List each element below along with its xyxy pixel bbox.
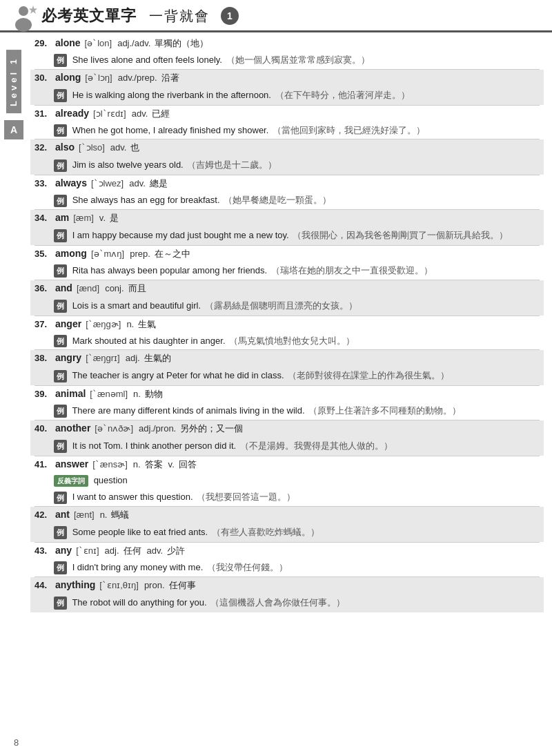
- entry-meaning: 總是: [150, 177, 168, 190]
- entry-meaning: 沿著: [161, 72, 179, 84]
- example-label: 例: [54, 440, 67, 453]
- entry-word: among: [55, 248, 87, 259]
- entry-pron: [ˋænsɚ]: [92, 459, 128, 469]
- header-title-main: 必考英文單字: [41, 6, 137, 26]
- entry-always: 33. always [ˋɔlwez] adv. 總是 例 She always…: [30, 175, 544, 210]
- entry-pos: v.: [99, 213, 106, 223]
- entry-another: 40. another [əˋnʌðɚ] adj./pron. 另外的；又一個 …: [30, 420, 544, 456]
- entry-meaning: 動物: [145, 388, 163, 400]
- entry-pos: adj.: [105, 545, 119, 556]
- antonym-badge: 反義字詞: [54, 475, 88, 487]
- entry-along: 30. along [əˋlɔŋ] adv./prep. 沿著 例 He is …: [30, 70, 544, 106]
- example-label: 例: [54, 335, 67, 348]
- example-zh: （當他回到家時，我已經洗好澡了。）: [273, 125, 425, 135]
- entry-and: 36. and [ænd] conj. 而且 例 Lois is a smart…: [30, 280, 544, 316]
- entry-meaning: 答案: [145, 458, 163, 471]
- entry-meaning2: 少許: [167, 545, 185, 557]
- entry-example: 例 He is walking along the riverbank in t…: [30, 86, 544, 105]
- example-zh: （瑞塔在她的朋友之中一直很受歡迎。）: [271, 265, 433, 275]
- example-label: 例: [54, 195, 67, 208]
- example-en: Some people like to eat fried ants.: [72, 527, 208, 537]
- entry-header: 40. another [əˋnʌðɚ] adj./pron. 另外的；又一個: [30, 420, 544, 436]
- entry-header: 32. also [ˋɔlso] adv. 也: [30, 139, 544, 155]
- entry-alone: 29. alone [əˋlon] adj./adv. 單獨的（地） 例 She…: [30, 35, 544, 70]
- entry-any: 43. any [ˋɛnɪ] adj. 任何adv. 少許 例 I didn't…: [30, 543, 544, 577]
- entry-word: anger: [55, 318, 81, 329]
- entry-word: and: [55, 282, 72, 293]
- entry-pos: prep.: [130, 249, 150, 259]
- entry-pron: [ˋæŋgrɪ]: [86, 353, 120, 363]
- entry-num: 42.: [34, 510, 54, 520]
- example-label: 例: [54, 264, 67, 278]
- entry-num: 31.: [34, 108, 54, 119]
- example-en: Jim is also twelve years old.: [72, 159, 184, 170]
- entry-pos: n.: [100, 510, 108, 520]
- entry-pos: adv./prep.: [118, 72, 157, 83]
- entry-meaning: 生氣的: [144, 352, 171, 365]
- entry-meaning: 任何: [124, 545, 141, 557]
- entry-num: 29.: [34, 38, 54, 48]
- entry-num: 39.: [34, 389, 54, 399]
- entry-example: 例 There are many different kinds of anim…: [30, 402, 544, 420]
- page-wrapper: 必考英文單字 一背就會 1 Level 1 A 29. alone [əˋlon…: [0, 0, 552, 756]
- entry-header: 35. among [əˋmʌŋ] prep. 在～之中: [30, 246, 544, 262]
- example-zh: （我很開心，因為我爸爸剛剛買了一個新玩具給我。）: [293, 230, 508, 240]
- entry-pron: [ˋɔlwez]: [91, 178, 124, 188]
- entry-word: along: [55, 72, 81, 83]
- example-zh: （她早餐總是吃一顆蛋。）: [224, 195, 331, 205]
- entry-num: 35.: [34, 249, 54, 259]
- entry-example: 例 Rita has always been popular among her…: [30, 262, 544, 280]
- entry-example: 例 Lois is a smart and beautiful girl. （露…: [30, 296, 544, 316]
- example-label: 例: [54, 405, 67, 418]
- example-zh: （馬克氣憤地對他女兒大叫。）: [229, 336, 355, 346]
- entry-header: 29. alone [əˋlon] adj./adv. 單獨的（地）: [30, 35, 544, 51]
- entry-header: 38. angry [ˋæŋgrɪ] adj. 生氣的: [30, 350, 544, 366]
- entry-meaning: 已經: [152, 108, 170, 120]
- example-label: 例: [54, 89, 67, 102]
- entry-header: 42. ant [ænt] n. 螞蟻: [30, 507, 544, 523]
- entry-num: 33.: [34, 178, 54, 188]
- entry-pron: [ˋɛnɪ,θɪŋ]: [99, 580, 139, 590]
- entry-also: 32. also [ˋɔlso] adv. 也 例 Jim is also tw…: [30, 139, 544, 175]
- antonym-word: question: [94, 475, 128, 485]
- entry-meaning2: 回答: [179, 458, 197, 471]
- example-en: I am happy because my dad just bought me…: [72, 230, 289, 240]
- example-label: 例: [54, 370, 67, 383]
- entry-pron: [ɔlˋrɛdɪ]: [93, 108, 126, 119]
- entry-example: 例 She always has an egg for breakfast. （…: [30, 191, 544, 209]
- entry-num: 36.: [34, 283, 54, 293]
- entry-num: 40.: [34, 423, 54, 434]
- header: 必考英文單字 一背就會 1: [0, 0, 552, 32]
- example-en: The robot will do anything for you.: [72, 597, 206, 608]
- entry-num: 34.: [34, 213, 54, 223]
- entry-meaning: 單獨的（地）: [155, 37, 208, 50]
- entry-word: animal: [55, 388, 86, 399]
- example-en: I want to answer this question.: [72, 492, 193, 502]
- example-en: She always has an egg for breakfast.: [72, 195, 220, 205]
- entry-example: 例 Some people like to eat fried ants. （有…: [30, 523, 544, 542]
- entry-meaning: 也: [130, 142, 139, 154]
- entry-word: another: [55, 423, 90, 434]
- entry-anger: 37. anger [ˋæŋgɚ] n. 生氣 例 Mark shouted a…: [30, 316, 544, 351]
- example-en: The teacher is angry at Peter for what h…: [72, 370, 284, 380]
- entry-pos2: v.: [168, 459, 175, 469]
- example-zh: （不是湯姆。我覺得是其他人做的。）: [240, 440, 393, 451]
- entry-num: 38.: [34, 353, 54, 363]
- entry-example: 例 When he got home, I already finished m…: [30, 122, 544, 139]
- svg-point-0: [19, 6, 28, 16]
- entry-word: already: [55, 108, 89, 119]
- example-label: 例: [54, 229, 67, 242]
- entry-word: answer: [55, 458, 88, 469]
- entry-example: 例 The robot will do anything for you. （這…: [30, 593, 544, 612]
- entry-pron: [ˋænəml]: [90, 389, 128, 399]
- page-number: 8: [14, 737, 19, 748]
- header-title-sub: 一背就會: [149, 7, 210, 26]
- entry-anything: 44. anything [ˋɛnɪ,θɪŋ] pron. 任何事 例 The …: [30, 577, 544, 612]
- example-en: There are many different kinds of animal…: [72, 405, 304, 416]
- svg-point-1: [15, 18, 32, 32]
- entry-num: 30.: [34, 72, 54, 83]
- entry-header: 31. already [ɔlˋrɛdɪ] adv. 已經: [30, 106, 544, 122]
- main-content: 29. alone [əˋlon] adj./adv. 單獨的（地） 例 She…: [30, 32, 544, 612]
- entry-meaning: 是: [110, 212, 119, 224]
- example-zh: （我想要回答這一題。）: [197, 492, 295, 502]
